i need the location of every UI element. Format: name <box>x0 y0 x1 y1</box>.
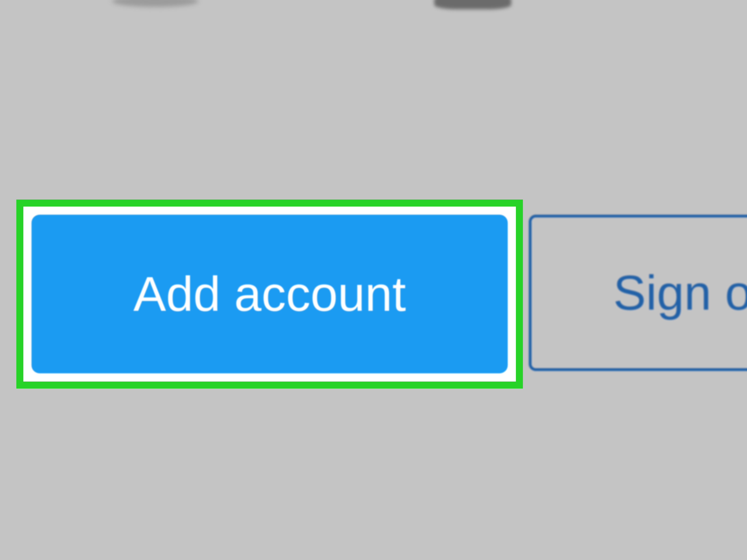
highlight-annotation: Add account <box>16 199 523 389</box>
decorative-fragment <box>434 0 511 9</box>
sign-out-button[interactable]: Sign o <box>529 215 747 371</box>
decorative-fragment <box>112 0 199 7</box>
add-account-label: Add account <box>133 266 406 322</box>
sign-out-label: Sign o <box>613 265 747 321</box>
add-account-button[interactable]: Add account <box>31 215 508 373</box>
